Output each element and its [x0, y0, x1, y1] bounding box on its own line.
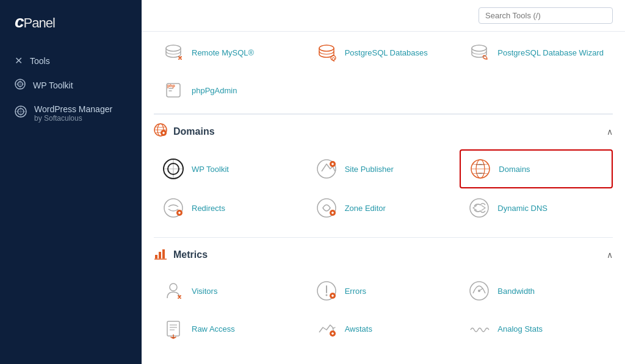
visitors-icon [162, 280, 184, 302]
search-input[interactable] [485, 11, 606, 20]
dynamic-dns-icon [468, 197, 490, 219]
svg-point-37 [170, 284, 177, 291]
errors-icon [316, 280, 338, 302]
tool-zone-editor-label: Zone Editor [345, 204, 386, 213]
svg-text:php: php [167, 84, 175, 88]
databases-partial: Remote MySQL® Q PostgreSQL Databases [154, 32, 613, 114]
sidebar-tools-label: Tools [30, 56, 50, 66]
domains-chevron-icon: ∧ [607, 127, 613, 137]
metrics-section-title: Metrics [173, 249, 208, 260]
tool-dynamic-dns[interactable]: Dynamic DNS [460, 190, 613, 226]
analog-stats-icon [468, 318, 490, 340]
svg-point-46 [478, 290, 480, 292]
tool-postgresql-wizard[interactable]: PostgreSQL Database Wizard [460, 34, 613, 71]
tool-analog-stats[interactable]: Analog Stats [460, 310, 613, 347]
sidebar-item-wp-manager[interactable]: WordPress Manager by Softaculous [0, 98, 142, 129]
tool-awstats-label: Awstats [345, 324, 372, 334]
tool-phppgadmin[interactable]: php phpPgAdmin [154, 72, 307, 109]
tool-raw-access[interactable]: Raw Access [154, 310, 307, 347]
wp-toolkit-icon [15, 79, 26, 92]
top-bar [142, 0, 625, 32]
metrics-section-icon [154, 246, 167, 263]
tool-wp-toolkit[interactable]: WP Toolkit [154, 149, 307, 188]
sidebar-wptoolkit-label: WP Toolkit [33, 80, 73, 90]
wp-manager-label: WordPress Manager [34, 104, 112, 114]
tool-site-publisher-label: Site Publisher [345, 165, 394, 174]
site-publisher-icon [316, 158, 338, 180]
tool-errors[interactable]: Errors [307, 273, 460, 309]
tool-analog-stats-label: Analog Stats [497, 324, 543, 334]
awstats-icon [316, 318, 338, 340]
domains-section-icon [154, 123, 167, 140]
cpanel-logo-text: cPanel [15, 12, 127, 32]
tool-redirects[interactable]: Redirects [154, 190, 307, 226]
svg-rect-33 [155, 255, 157, 259]
tool-postgresql-wizard-label: PostgreSQL Database Wizard [497, 48, 604, 57]
tool-domains[interactable]: Domains [460, 149, 613, 188]
metrics-section-header[interactable]: Metrics ∧ [154, 237, 613, 268]
section-metrics: Metrics ∧ Visitors [154, 237, 613, 352]
postgresql-wizard-icon [468, 41, 490, 63]
wp-manager-text: WordPress Manager by Softaculous [34, 104, 112, 123]
tool-errors-label: Errors [345, 287, 366, 296]
svg-rect-34 [159, 252, 161, 259]
tool-bandwidth[interactable]: Bandwidth [460, 273, 613, 309]
tool-dynamic-dns-label: Dynamic DNS [497, 204, 547, 213]
tool-visitors[interactable]: Visitors [154, 273, 307, 309]
tool-zone-editor[interactable]: Zone Editor [307, 190, 460, 226]
remote-mysql-icon [162, 41, 184, 63]
metrics-header-left: Metrics [154, 246, 208, 263]
tool-site-publisher[interactable]: Site Publisher [307, 149, 460, 188]
sidebar-item-tools[interactable]: ✕ Tools [0, 49, 142, 73]
postgresql-db-icon: Q [316, 41, 338, 63]
wp-manager-subtitle: by Softaculous [34, 114, 112, 123]
domains-tools-grid: WP Toolkit Site Publisher [154, 145, 613, 231]
tool-remote-mysql-label: Remote MySQL® [192, 48, 254, 57]
svg-point-40 [325, 294, 327, 296]
svg-text:Q: Q [331, 57, 335, 62]
phppgadmin-icon: php [162, 79, 184, 101]
svg-rect-47 [167, 321, 179, 336]
tool-remote-mysql[interactable]: Remote MySQL® [154, 34, 307, 71]
redirects-icon [162, 197, 184, 219]
tool-postgresql-db-label: PostgreSQL Databases [345, 48, 428, 57]
tool-awstats[interactable]: Awstats [307, 310, 460, 347]
tool-phppgadmin-label: phpPgAdmin [192, 86, 237, 95]
domains-tool-icon [469, 158, 491, 180]
tools-icon: ✕ [15, 55, 23, 66]
tool-bandwidth-label: Bandwidth [497, 287, 535, 296]
svg-rect-35 [162, 249, 165, 259]
metrics-chevron-icon: ∧ [607, 250, 613, 260]
sidebar: cPanel ✕ Tools WP Toolkit WordPress Mana… [0, 0, 142, 364]
domains-section-header[interactable]: Domains ∧ [154, 114, 613, 145]
sidebar-logo: cPanel [0, 12, 142, 49]
tool-visitors-label: Visitors [192, 287, 217, 296]
raw-access-icon [162, 318, 184, 340]
tool-redirects-label: Redirects [192, 204, 225, 213]
svg-point-5 [319, 45, 334, 51]
tool-raw-access-label: Raw Access [192, 324, 235, 334]
zone-editor-icon [316, 197, 338, 219]
svg-point-8 [472, 45, 486, 51]
tool-wp-toolkit-label: WP Toolkit [192, 165, 229, 174]
svg-point-4 [166, 45, 181, 51]
tool-domains-label: Domains [499, 165, 530, 174]
tool-postgresql-db[interactable]: Q PostgreSQL Databases [307, 34, 460, 71]
wp-toolkit-tool-icon [162, 158, 184, 180]
metrics-tools-grid: Visitors Errors [154, 268, 613, 352]
domains-header-left: Domains [154, 123, 215, 140]
main-content: Remote MySQL® Q PostgreSQL Databases [142, 0, 625, 364]
content-area: Remote MySQL® Q PostgreSQL Databases [142, 32, 625, 364]
bandwidth-icon [468, 280, 490, 302]
search-box[interactable] [479, 7, 613, 24]
domains-section-title: Domains [173, 126, 215, 137]
wp-manager-icon [15, 105, 27, 121]
sidebar-item-wp-toolkit[interactable]: WP Toolkit [0, 73, 142, 98]
section-domains: Domains ∧ WP Toolkit [154, 114, 613, 231]
